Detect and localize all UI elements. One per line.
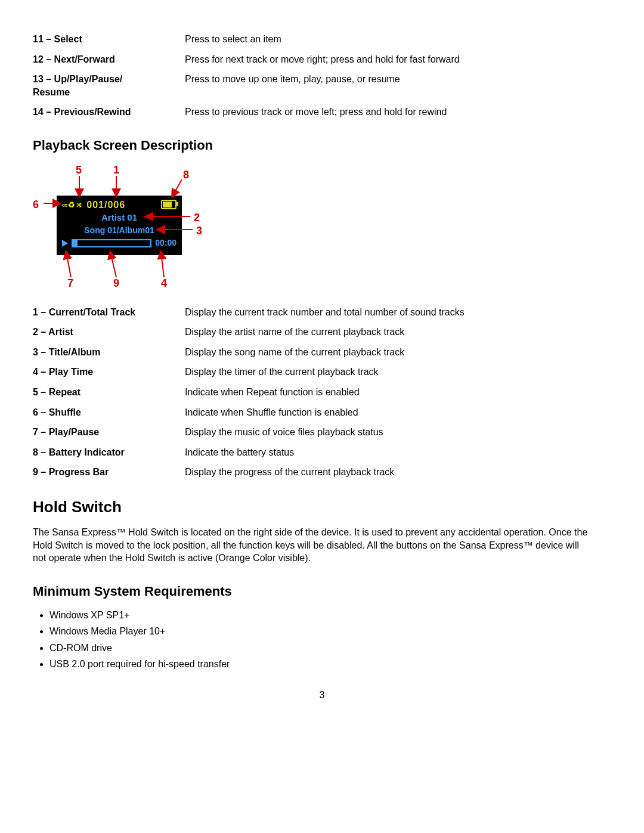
playback-label: 4 – Play Time: [33, 366, 185, 379]
control-row: 14 – Previous/Rewind Press to previous t…: [33, 106, 611, 119]
playback-desc: Display the progress of the current play…: [185, 466, 611, 479]
battery-icon: [161, 200, 177, 209]
playback-label: 7 – Play/Pause: [33, 426, 185, 439]
play-time-text: 00:00: [155, 237, 177, 249]
player-screen: ∞♻⤭ 001/006 Artist 01 Song 01/Album01 00…: [57, 196, 182, 255]
callout-7: 7: [67, 276, 73, 290]
playback-list: 1 – Current/Total TrackDisplay the curre…: [33, 306, 611, 479]
playback-row: 9 – Progress BarDisplay the progress of …: [33, 466, 611, 479]
playback-row: 6 – ShuffleIndicate when Shuffle functio…: [33, 406, 611, 419]
requirement-item: CD-ROM drive: [49, 642, 611, 655]
hold-switch-heading: Hold Switch: [33, 497, 611, 518]
control-desc: Press for next track or move right; pres…: [185, 53, 611, 66]
page-number: 3: [33, 689, 611, 702]
playback-label: 1 – Current/Total Track: [33, 306, 185, 319]
progress-bar: [72, 239, 151, 247]
play-icon: [62, 240, 68, 247]
playback-desc: Indicate when Shuffle function is enable…: [185, 406, 611, 419]
playback-desc: Indicate when Repeat function is enabled: [185, 386, 611, 399]
playback-label: 5 – Repeat: [33, 386, 185, 399]
playback-desc: Display the timer of the current playbac…: [185, 366, 611, 379]
callout-5: 5: [76, 163, 82, 177]
control-desc: Press to select an item: [185, 33, 611, 46]
callout-2: 2: [194, 210, 200, 225]
control-row: 12 – Next/Forward Press for next track o…: [33, 53, 611, 66]
playback-label: 9 – Progress Bar: [33, 466, 185, 479]
playback-desc: Display the artist name of the current p…: [185, 326, 611, 339]
playback-row: 8 – Battery IndicatorIndicate the batter…: [33, 446, 611, 459]
control-label: 13 – Up/Play/Pause/ Resume: [33, 73, 158, 98]
playback-row: 1 – Current/Total TrackDisplay the curre…: [33, 306, 611, 319]
repeat-shuffle-icon: ∞♻⤭: [62, 200, 83, 210]
controls-list: 11 – Select Press to select an item 12 –…: [33, 33, 611, 119]
callout-1: 1: [113, 163, 119, 177]
title-album-text: Song 01/Album01: [57, 225, 181, 236]
requirement-item: USB 2.0 port required for hi-speed trans…: [49, 658, 611, 671]
callout-3: 3: [196, 224, 202, 238]
track-counter: 001/006: [86, 199, 125, 212]
svg-line-6: [66, 252, 71, 277]
requirements-list: Windows XP SP1+ Windows Media Player 10+…: [33, 609, 611, 671]
playback-desc: Display the current track number and tot…: [185, 306, 611, 319]
playback-desc: Indicate the battery status: [185, 446, 611, 459]
svg-line-7: [110, 252, 116, 277]
control-row: 13 – Up/Play/Pause/ Resume Press to move…: [33, 73, 611, 98]
playback-label: 3 – Title/Album: [33, 346, 185, 359]
control-desc: Press to move up one item, play, pause, …: [185, 73, 611, 98]
svg-line-2: [172, 179, 182, 196]
control-row: 11 – Select Press to select an item: [33, 33, 611, 46]
playback-heading: Playback Screen Description: [33, 137, 611, 154]
requirement-item: Windows Media Player 10+: [49, 625, 611, 638]
svg-line-8: [161, 252, 164, 277]
playback-row: 2 – ArtistDisplay the artist name of the…: [33, 326, 611, 339]
playback-row: 4 – Play TimeDisplay the timer of the cu…: [33, 366, 611, 379]
callout-4: 4: [161, 276, 167, 290]
playback-row: 5 – RepeatIndicate when Repeat function …: [33, 386, 611, 399]
hold-switch-text: The Sansa Express™ Hold Switch is locate…: [33, 526, 611, 565]
callout-8: 8: [183, 168, 189, 182]
playback-row: 3 – Title/AlbumDisplay the song name of …: [33, 346, 611, 359]
callout-6: 6: [33, 197, 39, 212]
playback-desc: Display the song name of the current pla…: [185, 346, 611, 359]
playback-label: 6 – Shuffle: [33, 406, 185, 419]
control-label: 12 – Next/Forward: [33, 53, 185, 66]
requirements-heading: Minimum System Requirements: [33, 583, 611, 600]
control-label: 14 – Previous/Rewind: [33, 106, 185, 119]
playback-row: 7 – Play/PauseDisplay the music of voice…: [33, 426, 611, 439]
requirement-item: Windows XP SP1+: [49, 609, 611, 622]
callout-9: 9: [113, 276, 119, 290]
control-desc: Press to previous track or move left; pr…: [185, 106, 611, 119]
control-label: 11 – Select: [33, 33, 185, 46]
artist-text: Artist 01: [57, 212, 181, 224]
playback-diagram: ∞♻⤭ 001/006 Artist 01 Song 01/Album01 00…: [33, 163, 206, 288]
playback-label: 8 – Battery Indicator: [33, 446, 185, 459]
playback-desc: Display the music of voice files playbac…: [185, 426, 611, 439]
playback-label: 2 – Artist: [33, 326, 185, 339]
